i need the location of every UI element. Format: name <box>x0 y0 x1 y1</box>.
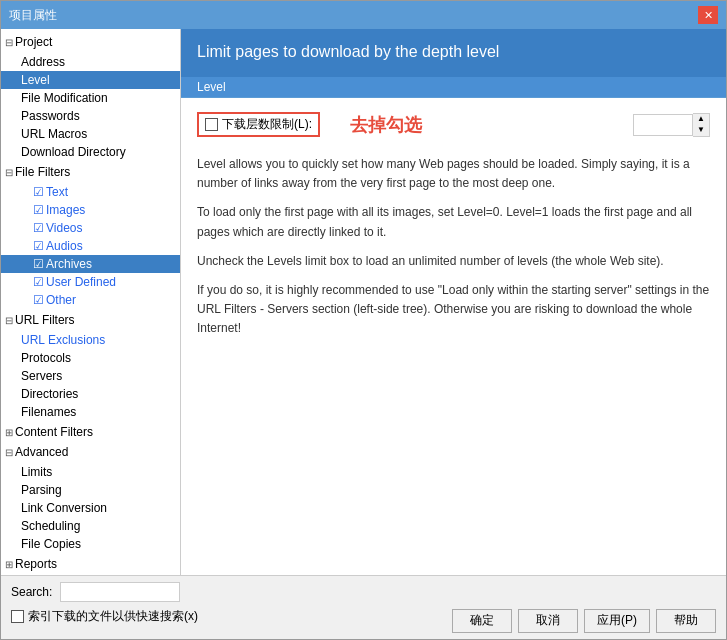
sidebar-item-other[interactable]: ☑Other <box>1 291 180 309</box>
search-row: Search: <box>11 582 716 602</box>
sidebar-item-level[interactable]: Level <box>1 71 180 89</box>
sidebar-item-url-macros[interactable]: URL Macros <box>1 125 180 143</box>
paragraph-3: Uncheck the Levels limit box to load an … <box>197 252 710 271</box>
apply-button[interactable]: 应用(P) <box>584 609 650 633</box>
checkbox-container: 下载层数限制(L): <box>197 112 320 137</box>
sidebar-item-url-filters[interactable]: ⊟URL Filters <box>1 311 180 329</box>
sidebar-item-videos[interactable]: ☑Videos <box>1 219 180 237</box>
index-label[interactable]: 索引下载的文件以供快速搜索(x) <box>28 608 198 625</box>
main-window: 项目属性 ✕ ⊟Project Address Level File Modif… <box>0 0 727 640</box>
sidebar-item-directories[interactable]: Directories <box>1 385 180 403</box>
main-content: ⊟Project Address Level File Modification… <box>1 29 726 575</box>
cancel-button[interactable]: 取消 <box>518 609 578 633</box>
window-title: 项目属性 <box>9 7 57 24</box>
index-checkbox[interactable] <box>11 610 24 623</box>
sidebar-item-advanced[interactable]: ⊟Advanced <box>1 443 180 461</box>
level-checkbox-row: 下载层数限制(L): 去掉勾选 1 ▲ ▼ <box>197 108 710 141</box>
search-input[interactable] <box>60 582 180 602</box>
sidebar-item-url-exclusions[interactable]: URL Exclusions <box>1 331 180 349</box>
sidebar-item-address[interactable]: Address <box>1 53 180 71</box>
content-header: Limit pages to download by the depth lev… <box>181 29 726 77</box>
content-panel: Limit pages to download by the depth lev… <box>181 29 726 575</box>
annotation-text: 去掉勾选 <box>350 113 422 137</box>
search-label: Search: <box>11 585 52 599</box>
sidebar-item-archives[interactable]: ☑Archives <box>1 255 180 273</box>
sidebar-item-images[interactable]: ☑Images <box>1 201 180 219</box>
sidebar-item-link-conversion[interactable]: Link Conversion <box>1 499 180 517</box>
content-body: 下载层数限制(L): 去掉勾选 1 ▲ ▼ Level allows you t… <box>181 98 726 575</box>
sidebar-item-text[interactable]: ☑Text <box>1 183 180 201</box>
paragraph-2: To load only the first page with all its… <box>197 203 710 241</box>
sidebar-item-reports[interactable]: ⊞Reports <box>1 555 180 573</box>
sidebar-item-user-defined[interactable]: ☑User Defined <box>1 273 180 291</box>
sidebar-item-file-modification[interactable]: File Modification <box>1 89 180 107</box>
sidebar-item-passwords[interactable]: Passwords <box>1 107 180 125</box>
index-row: 索引下载的文件以供快速搜索(x) <box>11 608 198 625</box>
sidebar-item-file-filters[interactable]: ⊟File Filters <box>1 163 180 181</box>
sidebar: ⊟Project Address Level File Modification… <box>1 29 181 575</box>
paragraph-4: If you do so, it is highly recommended t… <box>197 281 710 339</box>
titlebar: 项目属性 ✕ <box>1 1 726 29</box>
sidebar-item-parsing[interactable]: Parsing <box>1 481 180 499</box>
content-title: Limit pages to download by the depth lev… <box>197 43 710 61</box>
sidebar-item-audios[interactable]: ☑Audios <box>1 237 180 255</box>
button-row: 确定 取消 应用(P) 帮助 <box>452 609 716 633</box>
sidebar-item-servers[interactable]: Servers <box>1 367 180 385</box>
level-spinner-input[interactable]: 1 <box>633 114 693 136</box>
level-checkbox[interactable] <box>205 118 218 131</box>
help-button[interactable]: 帮助 <box>656 609 716 633</box>
sidebar-item-file-copies[interactable]: File Copies <box>1 535 180 553</box>
sidebar-item-protocols[interactable]: Protocols <box>1 349 180 367</box>
sidebar-item-limits[interactable]: Limits <box>1 463 180 481</box>
close-button[interactable]: ✕ <box>698 6 718 24</box>
spinner-container: 1 ▲ ▼ <box>633 113 710 137</box>
sidebar-item-download-directory[interactable]: Download Directory <box>1 143 180 161</box>
content-subheader: Level <box>181 77 726 98</box>
spinner-up-button[interactable]: ▲ <box>693 114 709 125</box>
sidebar-item-content-filters[interactable]: ⊞Content Filters <box>1 423 180 441</box>
ok-button[interactable]: 确定 <box>452 609 512 633</box>
paragraph-1: Level allows you to quickly set how many… <box>197 155 710 193</box>
sidebar-item-scheduling[interactable]: Scheduling <box>1 517 180 535</box>
bottom-bar: Search: 索引下载的文件以供快速搜索(x) 确定 取消 应用(P) 帮助 <box>1 575 726 639</box>
spinner-down-button[interactable]: ▼ <box>693 125 709 136</box>
checkbox-label[interactable]: 下载层数限制(L): <box>222 116 312 133</box>
spinner-buttons: ▲ ▼ <box>693 113 710 137</box>
sidebar-item-filenames[interactable]: Filenames <box>1 403 180 421</box>
sidebar-item-project[interactable]: ⊟Project <box>1 33 180 51</box>
